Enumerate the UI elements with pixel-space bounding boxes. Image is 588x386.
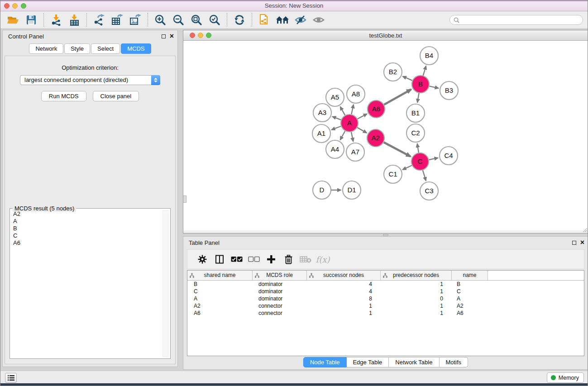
- table-cell[interactable]: dominator: [253, 281, 307, 288]
- delete-column-button[interactable]: [280, 251, 297, 267]
- close-panel-icon[interactable]: ×: [580, 240, 584, 245]
- graph-node-B4[interactable]: B4: [420, 47, 438, 65]
- graph-edge-B-B3[interactable]: [430, 86, 439, 88]
- table-cell[interactable]: 1: [307, 310, 381, 317]
- show-panels-button[interactable]: [5, 373, 17, 383]
- table-cell[interactable]: dominator: [253, 295, 307, 302]
- graph-edge-A-A2[interactable]: [357, 128, 367, 133]
- table-cell[interactable]: 4: [307, 288, 381, 295]
- graph-edge-C-C3[interactable]: [423, 170, 426, 181]
- zoom-fit-button[interactable]: [187, 12, 206, 28]
- resize-grip-icon[interactable]: [582, 227, 588, 233]
- table-cell[interactable]: 0: [381, 295, 452, 302]
- graph-edge-C-C4[interactable]: [429, 158, 438, 160]
- new-network-from-selection-button[interactable]: [255, 12, 273, 28]
- graph-edge-B-B1[interactable]: [417, 93, 419, 103]
- graph-node-A8[interactable]: A8: [347, 85, 365, 103]
- graph-edge-A-A7[interactable]: [351, 132, 353, 142]
- delete-table-button[interactable]: [297, 251, 314, 267]
- first-neighbors-button[interactable]: [273, 12, 292, 28]
- graph-edge-C-C1[interactable]: [403, 166, 412, 170]
- save-session-button[interactable]: [22, 12, 40, 28]
- column-header[interactable]: MCDS role: [253, 271, 307, 280]
- column-header[interactable]: shared name: [187, 271, 253, 280]
- mcds-result-item[interactable]: C: [12, 232, 162, 239]
- hide-selected-button[interactable]: [292, 12, 310, 28]
- float-panel-icon[interactable]: [162, 34, 166, 38]
- add-column-button[interactable]: [263, 251, 280, 267]
- table-cell[interactable]: A2: [452, 302, 488, 310]
- graph-edge-A-A4[interactable]: [340, 131, 345, 140]
- graph-node-C3[interactable]: C3: [420, 182, 438, 200]
- deselect-all-button[interactable]: [245, 251, 263, 267]
- export-table-button[interactable]: [108, 12, 126, 28]
- function-builder-button[interactable]: f(x): [314, 251, 331, 267]
- graph-edge-A-A8[interactable]: [351, 105, 354, 114]
- graph-edge-B-B4[interactable]: [423, 66, 426, 76]
- export-network-button[interactable]: [90, 12, 108, 28]
- tab-select[interactable]: Select: [91, 43, 120, 54]
- table-cell[interactable]: 4: [307, 281, 381, 288]
- column-header[interactable]: predecessor nodes: [381, 271, 452, 280]
- graph-node-C[interactable]: C: [411, 153, 429, 170]
- table-cell[interactable]: 1: [381, 288, 452, 295]
- network-canvas[interactable]: AA1A2A3A4A5A6A7A8BB1B2B3B4CC1C2C3C4DD1: [183, 41, 588, 230]
- tab-style[interactable]: Style: [64, 43, 90, 54]
- column-header[interactable]: name: [452, 271, 488, 280]
- table-cell[interactable]: A6: [187, 310, 253, 317]
- graph-node-D[interactable]: D: [313, 181, 331, 199]
- graph-edge-A2-C[interactable]: [384, 142, 411, 156]
- open-file-button[interactable]: [4, 12, 22, 28]
- table-settings-button[interactable]: [194, 251, 211, 267]
- tab-network-table[interactable]: Network Table: [389, 357, 439, 367]
- table-cell[interactable]: A2: [187, 302, 253, 310]
- graph-node-B2[interactable]: B2: [384, 63, 402, 81]
- graph-edge-A-A5[interactable]: [340, 107, 345, 115]
- graph-node-C4[interactable]: C4: [440, 147, 458, 165]
- graph-node-A3[interactable]: A3: [313, 104, 331, 122]
- table-cell[interactable]: 1: [307, 302, 381, 310]
- graph-node-D1[interactable]: D1: [343, 181, 361, 199]
- tab-mcds[interactable]: MCDS: [121, 43, 151, 54]
- close-panel-button[interactable]: Close panel: [93, 91, 139, 101]
- graph-node-C1[interactable]: C1: [384, 165, 402, 183]
- tab-motifs[interactable]: Motifs: [439, 357, 468, 367]
- graph-edge-A-A6[interactable]: [358, 114, 367, 119]
- graph-edge-B-B2[interactable]: [403, 76, 412, 81]
- table-cell[interactable]: B: [452, 281, 488, 288]
- table-row[interactable]: Adominator80A: [187, 295, 584, 302]
- refresh-layout-button[interactable]: [230, 12, 249, 28]
- graph-edge-A6-B[interactable]: [384, 90, 411, 105]
- table-cell[interactable]: A: [452, 295, 488, 302]
- graph-node-A[interactable]: A: [341, 114, 358, 132]
- graph-node-A1[interactable]: A1: [312, 124, 330, 143]
- table-cell[interactable]: 1: [381, 302, 452, 310]
- table-row[interactable]: A2connector11A2: [187, 302, 584, 310]
- search-field[interactable]: [449, 15, 583, 25]
- show-all-button[interactable]: [310, 12, 328, 28]
- graph-node-A2[interactable]: A2: [367, 129, 384, 147]
- graph-edge-A-A1[interactable]: [332, 126, 341, 130]
- graph-node-A6[interactable]: A6: [368, 100, 385, 118]
- export-image-button[interactable]: [126, 12, 144, 28]
- table-cell[interactable]: A6: [452, 310, 488, 317]
- table-row[interactable]: A6connector11A6: [187, 310, 584, 317]
- run-mcds-button[interactable]: Run MCDS: [41, 91, 86, 101]
- tab-edge-table[interactable]: Edge Table: [346, 357, 389, 367]
- show-columns-button[interactable]: [211, 251, 228, 267]
- import-table-button[interactable]: [65, 12, 83, 28]
- table-cell[interactable]: 1: [381, 281, 452, 288]
- canvas-left-grip[interactable]: [183, 195, 186, 203]
- table-row[interactable]: Cdominator41C: [187, 288, 584, 295]
- table-cell[interactable]: dominator: [253, 288, 307, 295]
- column-header[interactable]: successor nodes: [307, 271, 381, 280]
- table-cell[interactable]: B: [187, 281, 253, 288]
- table-cell[interactable]: C: [452, 288, 488, 295]
- graph-node-A5[interactable]: A5: [326, 88, 344, 106]
- optimization-criterion-select[interactable]: largest connected component (directed): [20, 75, 160, 85]
- table-cell[interactable]: connector: [253, 310, 307, 317]
- graph-node-B1[interactable]: B1: [406, 104, 425, 122]
- zoom-in-button[interactable]: [151, 12, 169, 28]
- mcds-result-item[interactable]: A2: [12, 210, 162, 218]
- close-panel-icon[interactable]: ×: [170, 34, 174, 38]
